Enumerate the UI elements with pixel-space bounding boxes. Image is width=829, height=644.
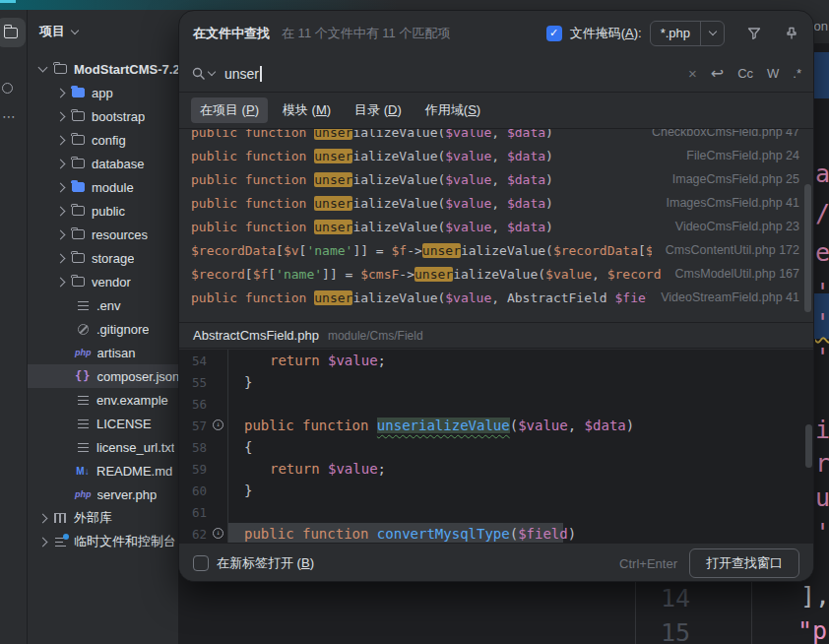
search-result-row[interactable]: $recordData[$v['name']] = $f->unserializ… [179, 238, 813, 262]
scope-tab-project[interactable]: 在项目 (P) [191, 97, 268, 123]
code-segment: $value [445, 149, 491, 163]
code-segment: } [244, 483, 252, 498]
search-result-row[interactable]: public function unserializeValue($value,… [179, 129, 813, 144]
sidebar-item-env-example[interactable]: env.example [28, 388, 178, 412]
sidebar-item--gitignore[interactable]: .gitignore [28, 317, 178, 341]
code-segment: , [491, 172, 507, 187]
search-icon[interactable] [191, 66, 215, 82]
code-segment: $value [545, 267, 592, 282]
sidebar-item-license-url-txt[interactable]: license_url.txt [28, 435, 178, 459]
open-find-window-button[interactable]: 打开查找窗口 [689, 548, 799, 578]
toolwindow-icon[interactable] [2, 83, 13, 94]
more-toolwindows-icon[interactable]: ⋯ [2, 108, 18, 124]
code-segment: [ [245, 267, 253, 282]
open-in-new-tab-checkbox[interactable] [193, 555, 209, 571]
chevron-down-icon[interactable] [38, 63, 48, 73]
pin-icon[interactable] [784, 26, 799, 41]
code-segment: $v [646, 243, 652, 258]
chevron-right-icon[interactable] [56, 277, 66, 287]
preview-code-line: 60} [179, 480, 813, 501]
match-case-toggle[interactable]: Cc [737, 66, 753, 81]
chevron-right-icon[interactable] [38, 513, 48, 523]
sidebar-item-resources[interactable]: resources [28, 223, 178, 246]
override-marker-icon[interactable]: ↓ [213, 528, 223, 539]
code-segment: public function [191, 290, 314, 305]
sidebar-item-modstartcms-7-2[interactable]: ModStartCMS-7.2 [28, 57, 178, 81]
sidebar-item-bootstrap[interactable]: bootstrap [28, 104, 178, 128]
whole-words-toggle[interactable]: W [767, 66, 779, 81]
chevron-down-icon[interactable] [700, 22, 724, 45]
sidebar-item--[interactable]: 临时文件和控制台 [28, 530, 178, 553]
markdown-file-icon: M↓ [76, 466, 89, 477]
sidebar-item-app[interactable]: app [28, 81, 178, 104]
result-file-reference: ImagesCmsField.php 41 [667, 196, 799, 210]
sidebar-item-public[interactable]: public [28, 199, 178, 223]
sidebar-item-server-php[interactable]: phpserver.php [28, 483, 178, 506]
preview-code-line: 62↓public function convertMysqlType($fie… [179, 523, 813, 543]
scope-tab-scope[interactable]: 作用域(S) [416, 97, 489, 123]
sidebar-item-readme-md[interactable]: M↓README.md [28, 459, 178, 483]
file-mask-combobox[interactable]: *.php [650, 21, 725, 46]
search-result-row[interactable]: public function unserializeValue($value,… [179, 144, 813, 167]
sidebar-item-vendor[interactable]: vendor [28, 270, 178, 293]
preview-file-name: AbstractCmsField.php [193, 328, 319, 343]
filter-icon[interactable] [746, 26, 762, 41]
results-scrollbar[interactable] [804, 184, 811, 312]
override-marker-icon[interactable]: ↓ [213, 419, 223, 430]
code-segment: $record [191, 267, 245, 282]
sidebar-item-config[interactable]: config [28, 128, 178, 152]
code-segment: public function [191, 149, 314, 163]
scope-tab-module[interactable]: 模块 (M) [274, 97, 340, 123]
search-result-row[interactable]: public function unserializeValue($value,… [179, 286, 813, 309]
folder-icon [72, 111, 85, 121]
chevron-right-icon[interactable] [56, 111, 66, 121]
clear-search-icon[interactable]: × [688, 65, 697, 82]
code-text: } [228, 483, 252, 498]
sidebar-item--env[interactable]: .env [28, 293, 178, 317]
sidebar-item-database[interactable]: database [28, 152, 178, 175]
sidebar-item-artisan[interactable]: phpartisan [28, 341, 178, 364]
folder-icon [72, 206, 85, 216]
code-segment: , [491, 129, 507, 140]
chevron-right-icon[interactable] [56, 159, 66, 168]
project-toolwindow-button[interactable] [0, 18, 26, 47]
regex-toggle[interactable]: .* [793, 66, 801, 81]
sidebar-item-composer-json[interactable]: {}composer.json [28, 364, 178, 388]
file-mask-checkbox[interactable]: ✓ [546, 26, 562, 41]
tree-item-label: storage [92, 251, 134, 266]
search-result-row[interactable]: public function unserializeValue($value,… [179, 215, 813, 238]
search-result-row[interactable]: public function unserializeValue($value,… [179, 191, 813, 215]
chevron-right-icon[interactable] [56, 206, 66, 216]
chevron-right-icon[interactable] [56, 182, 66, 192]
line-number: 57 [179, 419, 207, 433]
chevron-right-icon[interactable] [56, 253, 66, 263]
sidebar-item-module[interactable]: module [28, 175, 178, 199]
chevron-right-icon[interactable] [38, 537, 48, 547]
code-fragment: re [815, 449, 829, 478]
scope-tab-directory[interactable]: 目录 (D) [346, 97, 411, 123]
code-segment: $value [328, 353, 378, 368]
search-field[interactable]: unser × ↩ Cc W .* [179, 55, 813, 93]
tree-item-label: server.php [97, 487, 158, 502]
newline-icon[interactable]: ↩ [711, 66, 724, 82]
chevron-down-icon[interactable] [71, 26, 79, 33]
chevron-right-icon[interactable] [56, 88, 66, 97]
preview-scrollbar[interactable] [805, 424, 812, 468]
sidebar-item-storage[interactable]: storage [28, 246, 178, 270]
search-result-row[interactable]: $record[$f['name']] = $cmsF->unserialize… [179, 262, 813, 286]
chevron-right-icon[interactable] [56, 135, 66, 145]
sidebar-item-license[interactable]: LICENSE [28, 412, 178, 435]
code-segment: $data [507, 172, 545, 187]
code-fragment: 'n [815, 343, 829, 371]
code-segment: unser [314, 172, 352, 187]
search-input[interactable]: unser [224, 66, 688, 82]
result-file-reference: CheckboxCmsField.php 47 [652, 129, 799, 139]
chevron-right-icon[interactable] [56, 229, 66, 239]
search-result-row[interactable]: public function unserializeValue($value,… [179, 167, 813, 191]
sidebar-item--[interactable]: 外部库 [28, 506, 178, 530]
text-caret [260, 66, 262, 82]
tool-window-strip: ⋯ [0, 10, 28, 644]
line-number: 56 [179, 397, 207, 412]
result-file-reference: VideoStreamField.php 41 [661, 290, 799, 304]
line-number: 59 [179, 462, 207, 477]
